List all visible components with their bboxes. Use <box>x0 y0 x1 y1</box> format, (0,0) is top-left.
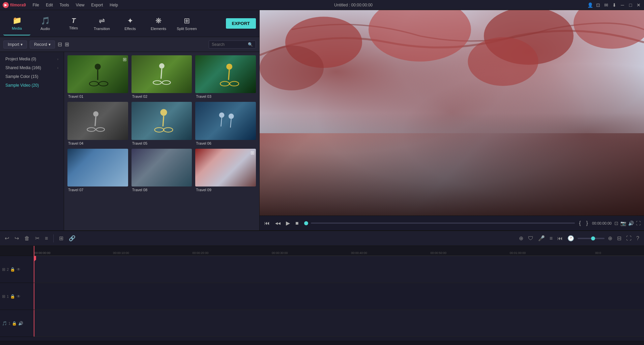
svg-point-18 <box>154 128 164 132</box>
window-icon[interactable]: ⊡ <box>595 2 601 8</box>
timeline-scrollbar[interactable] <box>0 341 644 345</box>
sidebar-item-sample-color[interactable]: Sample Color (15) <box>0 72 64 81</box>
mark-in-icon[interactable]: { <box>578 220 582 227</box>
timeline-right-tools: ⊕ 🛡 🎤 ≡ ⏮ 🕐 ⊕ ⊟ ⛶ ? <box>518 234 641 243</box>
zoom-in-button[interactable]: ⊕ <box>607 234 614 243</box>
export-button[interactable]: EXPORT <box>226 18 256 29</box>
user-icon[interactable]: 👤 <box>587 2 593 8</box>
media-name-travel01: Travel 01 <box>67 94 128 98</box>
toolbar-effects[interactable]: ✦ Effects <box>117 12 144 35</box>
splitscreen-icon: ⊞ <box>184 17 190 25</box>
eye-icon-v2[interactable]: 👁 <box>17 267 21 272</box>
menu-help[interactable]: Help <box>108 2 119 8</box>
main-toolbar: 📁 Media 🎵 Audio T Titles ⇌ Transition ✦ … <box>0 10 259 37</box>
clock-button[interactable]: 🕐 <box>566 234 576 243</box>
mic-button[interactable]: 🎤 <box>537 234 546 243</box>
media-thumb-travel08 <box>131 149 192 186</box>
delete-button[interactable]: 🗑 <box>23 234 31 243</box>
track-content-audio1[interactable] <box>34 310 644 337</box>
track-icon-audio1: 🎵 <box>2 321 7 326</box>
back-frame-button[interactable]: ⏮ <box>556 234 564 243</box>
zoom-slider[interactable] <box>578 238 605 239</box>
media-item-travel08[interactable]: Travel 08 <box>131 149 192 192</box>
timeline-fullscreen-button[interactable]: ⛶ <box>625 234 633 243</box>
mark-out-icon[interactable]: } <box>585 220 589 227</box>
toolbar-transition[interactable]: ⇌ Transition <box>88 12 115 35</box>
titles-icon: T <box>71 17 76 25</box>
svg-point-12 <box>93 111 98 117</box>
link-button[interactable]: 🔗 <box>67 234 77 243</box>
right-panel: ⏮ ◂◂ ▶ ■ { } 00:00:00:00 ⊡ 📷 🔊 ⛶ <box>260 10 644 230</box>
track-label-video2: ⊞ 2 🔒 👁 <box>0 256 34 283</box>
media-item-travel07[interactable]: Travel 07 <box>67 149 128 192</box>
shield-button[interactable]: 🛡 <box>527 234 535 243</box>
zoom-out-button[interactable]: ⊟ <box>616 234 623 243</box>
redo-button[interactable]: ↪ <box>13 234 20 243</box>
track-content-video1[interactable] <box>34 283 644 310</box>
media-item-travel03[interactable]: Travel 03 <box>195 55 256 98</box>
minimize-btn[interactable]: ─ <box>620 2 625 8</box>
import-button[interactable]: Import ▾ <box>3 40 27 49</box>
preview-timeline-bar[interactable] <box>311 223 575 224</box>
search-input[interactable] <box>212 42 246 47</box>
mail-icon[interactable]: ✉ <box>604 2 609 8</box>
grid-overlay-icon: ⊞ <box>123 57 127 62</box>
volume-icon[interactable]: 🔊 <box>628 221 634 226</box>
track-label-video1: ⊞ 1 🔒 👁 <box>0 283 34 310</box>
add-marker-button[interactable]: ⊕ <box>518 234 525 243</box>
toolbar-media[interactable]: 📁 Media <box>3 12 30 35</box>
volume-icon-a1[interactable]: 🔊 <box>18 321 23 326</box>
grid-icon[interactable]: ⊞ <box>65 41 69 48</box>
zoom-thumb[interactable] <box>591 236 595 240</box>
screenshot-icon[interactable]: 📷 <box>620 221 626 226</box>
stop-button[interactable]: ■ <box>294 220 300 227</box>
menu-file[interactable]: File <box>31 2 40 8</box>
sidebar-item-shared-media[interactable]: Shared Media (166) › <box>0 63 64 72</box>
download-icon[interactable]: ⬇ <box>612 2 617 8</box>
close-btn[interactable]: ✕ <box>636 2 641 8</box>
menu-edit[interactable]: Edit <box>45 2 54 8</box>
media-item-travel02[interactable]: Travel 02 <box>131 55 192 98</box>
media-item-travel04[interactable]: Travel 04 <box>67 102 128 145</box>
menu-view[interactable]: View <box>75 2 86 8</box>
media-item-travel06[interactable]: Travel 06 <box>195 102 256 145</box>
svg-point-15 <box>96 128 105 132</box>
play-button[interactable]: ▶ <box>285 219 291 227</box>
toolbar-elements[interactable]: ❋ Elements <box>145 12 172 35</box>
cut-button[interactable]: ✂ <box>34 234 41 243</box>
lock-icon-v2[interactable]: 🔒 <box>10 267 15 272</box>
media-item-travel09[interactable]: ⊞ Travel 09 <box>195 149 256 192</box>
fullscreen-icon[interactable]: ⛶ <box>636 221 641 226</box>
track-content-video2[interactable] <box>34 256 644 283</box>
add-track-button[interactable]: ⊞ <box>58 234 65 243</box>
maximize-btn[interactable]: □ <box>628 2 633 8</box>
ruler-mark-20: 00:00:20:00 <box>193 251 209 255</box>
svg-line-9 <box>229 70 229 80</box>
eye-icon-v1[interactable]: 👁 <box>17 294 21 299</box>
undo-button[interactable]: ↩ <box>3 234 10 243</box>
lock-icon-a1[interactable]: 🔒 <box>12 321 17 326</box>
lock-icon-v1[interactable]: 🔒 <box>10 294 15 299</box>
search-icon[interactable]: 🔍 <box>248 42 253 47</box>
svg-point-3 <box>99 81 108 86</box>
toolbar-titles[interactable]: T Titles <box>60 12 87 35</box>
frame-back-button[interactable]: ◂◂ <box>274 219 282 227</box>
filter-icon[interactable]: ⊟ <box>58 41 62 48</box>
media-item-travel01[interactable]: ⊞ Travel 01 <box>67 55 128 98</box>
fit-screen-icon[interactable]: ⊡ <box>614 221 618 226</box>
menu-export[interactable]: Export <box>90 2 105 8</box>
svg-point-7 <box>162 81 171 84</box>
timeline-help-button[interactable]: ? <box>635 234 641 243</box>
media-item-travel05[interactable]: Travel 05 <box>131 102 192 145</box>
media-icon: 📁 <box>12 16 22 25</box>
equalizer-button[interactable]: ≡ <box>43 234 49 243</box>
sidebar-item-project-media[interactable]: Project Media (0) › <box>0 55 64 63</box>
record-button[interactable]: Record ▾ <box>30 40 55 49</box>
toolbar-audio[interactable]: 🎵 Audio <box>32 12 59 35</box>
subtitle-button[interactable]: ≡ <box>548 234 554 243</box>
menu-tools[interactable]: Tools <box>58 2 70 8</box>
sidebar-item-sample-video[interactable]: Sample Video (20) <box>0 81 64 90</box>
skip-back-button[interactable]: ⏮ <box>263 220 271 227</box>
toolbar-splitscreen[interactable]: ⊞ Split Screen <box>173 12 200 35</box>
ruler-inner: 00:00:00:00 00:00:10:00 00:00:20:00 00:0… <box>34 246 644 256</box>
